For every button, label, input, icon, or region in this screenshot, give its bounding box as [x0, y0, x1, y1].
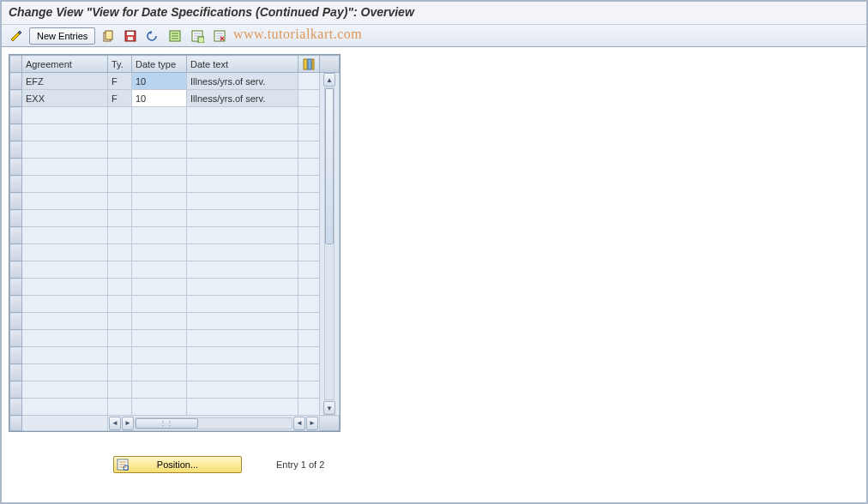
row-selector[interactable] [10, 141, 22, 159]
cell-agreement[interactable] [22, 107, 108, 124]
cell-date-type[interactable] [132, 210, 187, 227]
cell-date-text[interactable] [187, 313, 298, 330]
cell-date-text[interactable] [187, 296, 298, 313]
deselect-all-icon[interactable] [188, 27, 207, 45]
cell-ty[interactable] [108, 279, 132, 296]
cell-ty[interactable] [108, 193, 132, 210]
cell-date-text[interactable] [187, 381, 298, 399]
row-selector[interactable] [10, 176, 22, 193]
row-selector[interactable] [10, 107, 22, 124]
cell-date-text[interactable] [187, 364, 298, 381]
undo-icon[interactable] [143, 27, 162, 45]
vscroll-down-icon[interactable]: ▼ [323, 401, 335, 415]
hscroll-track[interactable]: ⋮⋮ [135, 417, 292, 429]
row-selector[interactable] [10, 347, 22, 364]
col-header-date-text[interactable]: Date text [187, 56, 298, 73]
cell-ty[interactable] [108, 244, 132, 261]
cell-date-text[interactable] [187, 227, 298, 244]
cell-date-type[interactable] [132, 313, 187, 330]
cell-date-text[interactable] [187, 210, 298, 227]
cell-date-type[interactable] [132, 279, 187, 296]
cell-agreement[interactable] [22, 347, 108, 364]
row-selector[interactable] [10, 399, 22, 416]
cell-date-type[interactable] [132, 176, 187, 193]
row-selector[interactable] [10, 364, 22, 381]
cell-date-type[interactable] [132, 364, 187, 381]
col-header-ty[interactable]: Ty. [108, 56, 132, 73]
cell-date-text[interactable] [187, 107, 298, 124]
cell-date-text[interactable]: Illness/yrs.of serv. [187, 73, 298, 90]
cell-date-text[interactable] [187, 279, 298, 296]
hscroll-left2-icon[interactable]: ◄ [293, 417, 305, 430]
toggle-edit-icon[interactable] [7, 27, 26, 45]
cell-agreement[interactable] [22, 141, 108, 159]
cell-date-type[interactable] [132, 381, 187, 399]
cell-agreement[interactable] [22, 244, 108, 261]
cell-ty[interactable] [108, 313, 132, 330]
cell-date-text[interactable] [187, 159, 298, 176]
cell-date-type[interactable] [132, 193, 187, 210]
cell-ty[interactable] [108, 141, 132, 159]
hscroll-right-icon[interactable]: ► [122, 417, 134, 430]
row-selector[interactable] [10, 261, 22, 279]
cell-date-text[interactable] [187, 244, 298, 261]
col-header-date-type[interactable]: Date type [132, 56, 187, 73]
cell-agreement[interactable]: EFZ [22, 73, 108, 90]
cell-ty[interactable] [108, 261, 132, 279]
cell-date-type[interactable] [132, 330, 187, 347]
cell-date-type[interactable] [132, 141, 187, 159]
row-selector[interactable] [10, 313, 22, 330]
cell-agreement[interactable] [22, 313, 108, 330]
configure-columns-button[interactable] [298, 56, 320, 73]
cell-ty[interactable] [108, 364, 132, 381]
cell-ty[interactable]: F [108, 73, 132, 90]
cell-agreement[interactable] [22, 399, 108, 416]
row-selector[interactable] [10, 279, 22, 296]
row-selector[interactable] [10, 227, 22, 244]
cell-date-type[interactable] [132, 399, 187, 416]
cell-agreement[interactable] [22, 381, 108, 399]
cell-date-text[interactable] [187, 141, 298, 159]
hscroll-left-icon[interactable]: ◄ [109, 417, 121, 430]
vertical-scrollbar[interactable]: ▲▼ [320, 73, 340, 416]
cell-date-text[interactable] [187, 399, 298, 416]
horizontal-scrollbar[interactable]: ◄ ► ⋮⋮ ◄ ► [108, 417, 319, 430]
position-button[interactable]: Position... [113, 456, 242, 473]
row-selector[interactable] [10, 381, 22, 399]
cell-date-text[interactable] [187, 347, 298, 364]
cell-agreement[interactable] [22, 210, 108, 227]
cell-date-type[interactable] [132, 107, 187, 124]
col-header-agreement[interactable]: Agreement [22, 56, 108, 73]
cell-agreement[interactable] [22, 193, 108, 210]
cell-ty[interactable] [108, 399, 132, 416]
cell-agreement[interactable] [22, 124, 108, 141]
cell-date-type[interactable]: 10 [132, 73, 187, 90]
cell-ty[interactable] [108, 347, 132, 364]
cell-agreement[interactable] [22, 159, 108, 176]
row-selector[interactable] [10, 244, 22, 261]
vscroll-up-icon[interactable]: ▲ [323, 73, 335, 87]
cell-date-type[interactable] [132, 124, 187, 141]
cell-date-text[interactable] [187, 176, 298, 193]
row-selector[interactable] [10, 193, 22, 210]
cell-date-text[interactable] [187, 261, 298, 279]
cell-date-type[interactable] [132, 261, 187, 279]
cell-agreement[interactable] [22, 279, 108, 296]
row-selector-header[interactable] [10, 56, 22, 73]
cell-ty[interactable] [108, 107, 132, 124]
cell-agreement[interactable] [22, 296, 108, 313]
cell-ty[interactable] [108, 210, 132, 227]
cell-date-text[interactable] [187, 193, 298, 210]
cell-date-type[interactable] [132, 159, 187, 176]
row-selector[interactable] [10, 296, 22, 313]
cell-ty[interactable]: F [108, 90, 132, 107]
select-all-icon[interactable] [166, 27, 184, 45]
vscroll-thumb[interactable] [325, 88, 334, 244]
cell-agreement[interactable] [22, 176, 108, 193]
cell-date-type[interactable] [132, 347, 187, 364]
row-selector[interactable] [10, 90, 22, 107]
cell-ty[interactable] [108, 296, 132, 313]
hscroll-right2-icon[interactable]: ► [306, 417, 318, 430]
cell-agreement[interactable] [22, 330, 108, 347]
cell-date-text[interactable]: Illness/yrs.of serv. [187, 90, 298, 107]
